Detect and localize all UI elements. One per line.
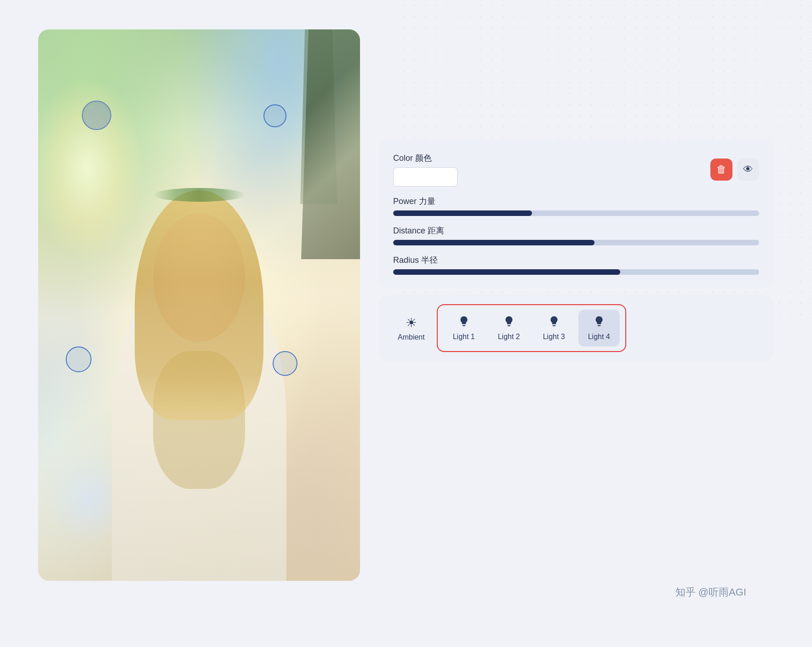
light4-bulb-icon (593, 315, 605, 330)
distance-control-row: Distance 距离 (393, 225, 759, 245)
tab-ambient[interactable]: ☀ Ambient (389, 310, 433, 347)
light-circle-4[interactable] (273, 351, 297, 376)
color-swatch[interactable] (393, 167, 457, 187)
radius-control-row: Radius 半径 (393, 255, 759, 275)
image-panel (38, 29, 360, 581)
tab-light4[interactable]: Light 4 (578, 310, 620, 346)
light-circle-1[interactable] (82, 101, 111, 130)
light2-bulb-icon (503, 315, 515, 330)
character-hair (135, 190, 263, 420)
main-container: Color 颜色 🗑 👁 Power 力量 (38, 29, 774, 618)
light1-bulb-icon (458, 315, 470, 330)
light2-label: Light 2 (498, 333, 520, 341)
tab-light3[interactable]: Light 3 (533, 310, 575, 346)
light3-bulb-icon (548, 315, 560, 330)
character-crown (153, 188, 245, 202)
power-control-row: Power 力量 (393, 196, 759, 216)
color-left: Color 颜色 (393, 153, 457, 187)
ambient-label: Ambient (398, 333, 425, 341)
light-circle-3[interactable] (66, 346, 91, 372)
watermark: 知乎 @听雨AGI (675, 585, 746, 599)
distance-slider-fill (393, 240, 595, 245)
light3-label: Light 3 (543, 333, 565, 341)
sun-icon: ☀ (406, 315, 417, 330)
power-slider-fill (393, 210, 532, 216)
power-label: Power 力量 (393, 196, 759, 207)
lights-highlight-group: Light 1 Light 2 Light 3 (437, 304, 626, 352)
radius-slider-fill (393, 269, 620, 275)
right-panel: Color 颜色 🗑 👁 Power 力量 (378, 29, 774, 618)
distance-slider-track[interactable] (393, 240, 759, 245)
tabs-card: ☀ Ambient Light 1 Lig (378, 295, 774, 361)
light-circle-2[interactable] (263, 104, 286, 127)
color-control-row: Color 颜色 🗑 👁 (393, 153, 759, 187)
character-area (93, 167, 305, 581)
radius-slider-track[interactable] (393, 269, 759, 275)
trash-icon: 🗑 (716, 164, 726, 176)
radius-label: Radius 半径 (393, 255, 759, 266)
tab-light2[interactable]: Light 2 (488, 310, 530, 346)
delete-button[interactable]: 🗑 (710, 159, 732, 181)
light4-label: Light 4 (588, 333, 610, 341)
distance-label: Distance 距离 (393, 225, 759, 236)
power-slider-track[interactable] (393, 210, 759, 216)
controls-card: Color 颜色 🗑 👁 Power 力量 (378, 140, 774, 288)
color-label: Color 颜色 (393, 153, 457, 164)
tabs-inner: ☀ Ambient Light 1 Lig (389, 304, 763, 352)
color-buttons: 🗑 👁 (710, 159, 759, 181)
light1-label: Light 1 (453, 333, 475, 341)
color-row: Color 颜色 🗑 👁 (393, 153, 759, 187)
tab-light1[interactable]: Light 1 (443, 310, 485, 346)
eye-icon: 👁 (743, 164, 753, 176)
visibility-button[interactable]: 👁 (737, 159, 759, 181)
